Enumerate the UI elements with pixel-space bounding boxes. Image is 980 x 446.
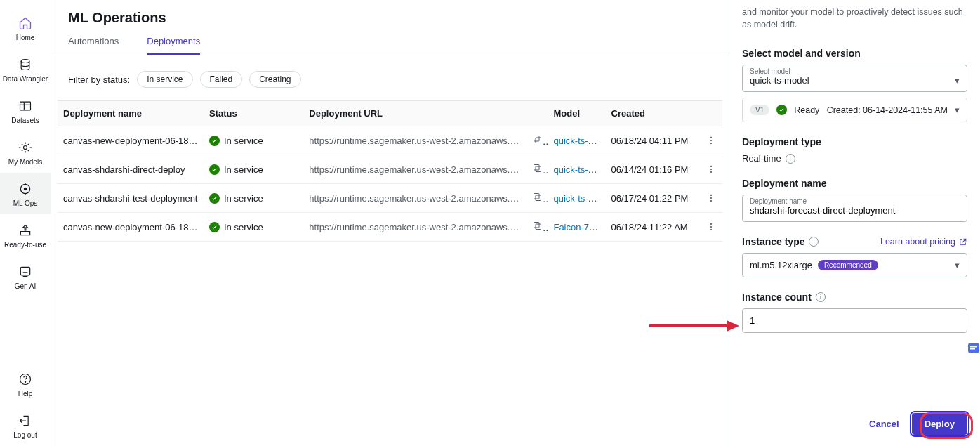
learn-pricing-link[interactable]: Learn about pricing bbox=[880, 237, 967, 247]
instance-count-field[interactable] bbox=[742, 308, 967, 333]
mlops-icon bbox=[18, 181, 33, 197]
cell-created: 06/18/24 11:22 AM bbox=[606, 213, 700, 242]
table-row[interactable]: canvas-shdarshi-test-deployment In servi… bbox=[58, 184, 722, 213]
model-version-row[interactable]: V1 Ready Created: 06-14-2024-11:55 AM ▾ bbox=[742, 98, 967, 122]
nav-help[interactable]: Help bbox=[0, 363, 51, 405]
svg-point-4 bbox=[24, 188, 26, 190]
nav-ml-ops[interactable]: ML Ops bbox=[0, 173, 51, 214]
cell-status: In service bbox=[204, 126, 303, 155]
nav-label: My Models bbox=[8, 158, 42, 166]
cell-model: Falcon-7B-Inst bbox=[548, 213, 605, 242]
th-status[interactable]: Status bbox=[204, 101, 303, 126]
row-actions-button[interactable] bbox=[705, 222, 717, 232]
nav-label: Help bbox=[18, 390, 33, 398]
nav-datasets[interactable]: Datasets bbox=[0, 90, 51, 131]
row-actions-button[interactable] bbox=[705, 136, 717, 145]
model-link[interactable]: quick-ts-mode bbox=[553, 136, 605, 146]
copy-icon[interactable] bbox=[532, 163, 543, 173]
svg-rect-23 bbox=[536, 224, 541, 230]
cell-url: https://runtime.sagemaker.us-west-2.amaz… bbox=[303, 155, 526, 184]
th-url[interactable]: Deployment URL bbox=[303, 101, 548, 126]
tabs: Automations Deployments bbox=[51, 26, 729, 55]
nav-ready-to-use[interactable]: Ready-to-use bbox=[0, 214, 51, 256]
nav-gen-ai[interactable]: Gen AI bbox=[0, 256, 51, 297]
deploy-panel: and monitor your model to proactively de… bbox=[729, 0, 980, 446]
datasets-icon bbox=[18, 98, 33, 114]
version-meta: Created: 06-14-2024-11:55 AM bbox=[827, 105, 948, 115]
nav-logout[interactable]: Log out bbox=[0, 405, 51, 446]
wrangler-icon bbox=[18, 57, 33, 72]
deployments-table: Deployment name Status Deployment URL Mo… bbox=[58, 100, 722, 242]
deployment-name-input[interactable] bbox=[750, 205, 960, 216]
cell-actions bbox=[699, 213, 722, 242]
cancel-button[interactable]: Cancel bbox=[869, 419, 899, 429]
nav-my-models[interactable]: My Models bbox=[0, 131, 51, 173]
svg-point-20 bbox=[710, 195, 711, 196]
home-icon bbox=[18, 15, 33, 31]
instance-count-input[interactable] bbox=[750, 315, 960, 326]
svg-rect-30 bbox=[970, 348, 975, 350]
mymodels-icon bbox=[18, 140, 33, 155]
chip-failed[interactable]: Failed bbox=[200, 71, 243, 88]
deploy-button[interactable]: Deploy bbox=[912, 413, 967, 435]
instance-type-heading: Instance type bbox=[742, 236, 804, 247]
cell-url: https://runtime.sagemaker.us-west-2.amaz… bbox=[303, 213, 526, 242]
svg-rect-24 bbox=[534, 223, 539, 228]
version-badge: V1 bbox=[750, 105, 769, 115]
copy-icon[interactable] bbox=[532, 221, 543, 231]
deployment-type-value-row: Real-time i bbox=[742, 153, 967, 164]
tab-automations[interactable]: Automations bbox=[68, 36, 119, 55]
cell-created: 06/17/24 01:22 PM bbox=[606, 184, 700, 213]
row-actions-button[interactable] bbox=[705, 193, 717, 203]
model-link[interactable]: Falcon-7B-Inst bbox=[553, 222, 605, 232]
filter-label: Filter by status: bbox=[68, 74, 130, 85]
chevron-down-icon: ▾ bbox=[955, 75, 960, 86]
left-sidebar: Home Data Wrangler Datasets My Models ML… bbox=[0, 0, 51, 446]
cell-model: quick-ts-mode bbox=[548, 184, 605, 213]
row-actions-button[interactable] bbox=[705, 164, 717, 174]
copy-icon[interactable] bbox=[532, 134, 543, 145]
select-model-heading: Select model and version bbox=[742, 48, 967, 59]
table-row[interactable]: canvas-new-deployment-06-18-20… In servi… bbox=[58, 126, 722, 155]
panel-intro-text: and monitor your model to proactively de… bbox=[742, 0, 967, 41]
svg-point-2 bbox=[24, 146, 27, 150]
cell-model: quick-ts-mode bbox=[548, 155, 605, 184]
deployment-name-field[interactable]: Deployment name bbox=[742, 195, 967, 222]
model-select-label: Select model bbox=[750, 67, 790, 75]
table-row[interactable]: canvas-new-deployment-06-18-20… In servi… bbox=[58, 213, 722, 242]
recommended-badge: Recommended bbox=[818, 260, 878, 270]
cell-status: In service bbox=[204, 213, 303, 242]
info-icon[interactable]: i bbox=[786, 154, 795, 164]
tab-deployments[interactable]: Deployments bbox=[147, 36, 200, 55]
svg-point-25 bbox=[710, 223, 711, 225]
cell-name: canvas-shdarshi-direct-deploy bbox=[58, 155, 204, 184]
nav-label: Gen AI bbox=[15, 282, 37, 290]
table-row[interactable]: canvas-shdarshi-direct-deploy In service… bbox=[58, 155, 722, 184]
cell-copy bbox=[527, 126, 548, 155]
info-icon[interactable]: i bbox=[816, 292, 826, 302]
copy-icon[interactable] bbox=[532, 192, 543, 202]
cell-actions bbox=[699, 184, 722, 213]
chip-creating[interactable]: Creating bbox=[249, 71, 300, 88]
svg-point-7 bbox=[25, 381, 25, 382]
chip-in-service[interactable]: In service bbox=[137, 71, 192, 88]
version-status: Ready bbox=[794, 105, 819, 115]
th-model[interactable]: Model bbox=[548, 101, 605, 126]
svg-point-27 bbox=[710, 229, 711, 230]
model-link[interactable]: quick-ts-mode bbox=[553, 193, 605, 204]
model-select[interactable]: Select model quick-ts-model ▾ bbox=[742, 65, 967, 92]
cell-name: canvas-new-deployment-06-18-20… bbox=[58, 213, 204, 242]
instance-type-select[interactable]: ml.m5.12xlarge Recommended ▾ bbox=[742, 253, 967, 277]
th-created[interactable]: Created bbox=[606, 101, 700, 126]
nav-label: Log out bbox=[13, 431, 37, 439]
info-icon[interactable]: i bbox=[809, 237, 819, 247]
model-link[interactable]: quick-ts-mode bbox=[553, 164, 605, 175]
nav-home[interactable]: Home bbox=[0, 7, 51, 48]
nav-label: Home bbox=[16, 34, 35, 41]
cell-copy bbox=[527, 213, 548, 242]
th-name[interactable]: Deployment name bbox=[58, 101, 204, 126]
status-check-icon bbox=[209, 164, 220, 175]
nav-label: Data Wrangler bbox=[3, 75, 48, 83]
nav-label: Datasets bbox=[11, 117, 39, 124]
nav-data-wrangler[interactable]: Data Wrangler bbox=[0, 48, 51, 90]
